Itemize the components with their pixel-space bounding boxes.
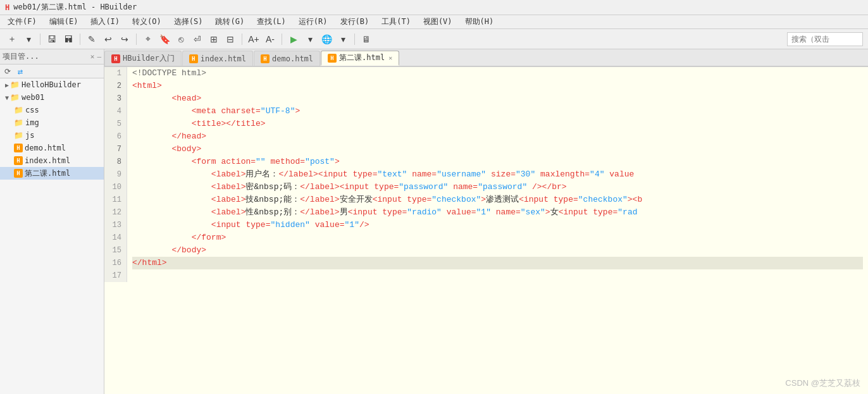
menu-bar: 文件(F)编辑(E)插入(I)转义(O)选择(S)跳转(G)查找(L)运行(R)…: [0, 15, 868, 29]
tree-label-css: css: [25, 106, 39, 114]
tab-label-demo: demo.html: [272, 54, 313, 63]
code-line-4: <meta charset="UTF-8">: [132, 105, 863, 118]
sidebar-arrow-icon[interactable]: ⇄: [15, 66, 25, 77]
code-line-14: </form>: [132, 231, 863, 244]
toolbar-nav3-btn[interactable]: ⊞: [207, 32, 221, 46]
code-line-3: <head>: [132, 92, 863, 105]
toolbar-save-all-btn[interactable]: 🖬: [61, 32, 75, 46]
line-numbers: 1234567891011121314151617: [104, 67, 127, 282]
toolbar-fontsize-up-btn[interactable]: A+: [247, 32, 261, 46]
toolbar-edit-btn[interactable]: ✎: [85, 32, 99, 46]
menu-item-选择(S)[interactable]: 选择(S): [171, 16, 206, 28]
toolbar-find-btn[interactable]: ⌖: [141, 32, 155, 46]
sidebar-item-index[interactable]: Hindex.html: [0, 154, 104, 167]
tab-close-second[interactable]: ✕: [388, 54, 392, 61]
tree-label-img: img: [25, 118, 39, 127]
line-number-11: 11: [109, 194, 121, 206]
folder-icon-img: 📁: [14, 118, 23, 127]
menu-item-工具(T)[interactable]: 工具(T): [379, 16, 413, 28]
sidebar-item-css[interactable]: 📁css: [0, 104, 104, 116]
line-number-4: 4: [109, 105, 121, 118]
folder-icon-js: 📁: [14, 131, 23, 140]
toolbar-nav2-btn[interactable]: ⏎: [190, 32, 204, 46]
menu-item-插入(I)[interactable]: 插入(I): [88, 16, 122, 28]
toolbar-separator-4: [242, 34, 242, 45]
toolbar-save-btn[interactable]: 🖫: [45, 32, 59, 46]
tree-arrow-hello: ▶: [5, 82, 9, 89]
toolbar-add-btn[interactable]: ＋: [5, 32, 19, 46]
tree-label-hello: HelloHBuilder: [22, 80, 81, 89]
toolbar-dropdown-btn[interactable]: ▾: [22, 32, 35, 46]
toolbar-bookmark-btn[interactable]: 🔖: [158, 32, 171, 46]
tab-icon-index: H: [189, 54, 198, 63]
toolbar-run-dropdown-btn[interactable]: ▾: [303, 32, 317, 46]
search-input[interactable]: [787, 32, 863, 46]
code-line-17: [132, 269, 863, 282]
sidebar-header: 项目管... ✕ —: [0, 49, 104, 65]
code-line-9: <label>用户名：</label><input type="text" na…: [132, 168, 863, 181]
sidebar-item-js[interactable]: 📁js: [0, 129, 104, 142]
sidebar-min-icon[interactable]: —: [97, 52, 101, 61]
code-editor[interactable]: 1234567891011121314151617 <!DOCTYPE html…: [104, 67, 868, 394]
menu-item-编辑(E)[interactable]: 编辑(E): [47, 16, 81, 28]
code-line-11: <label>技&nbsp;能：</label>安全开发<input type=…: [132, 194, 863, 206]
code-line-5: <title></title>: [132, 118, 863, 130]
toolbar-run-btn[interactable]: ▶: [287, 32, 301, 46]
tab-second[interactable]: H第二课.html✕: [321, 51, 399, 66]
toolbar-undo-btn[interactable]: ↩: [101, 32, 115, 46]
line-number-9: 9: [109, 168, 121, 181]
toolbar-nav1-btn[interactable]: ⎋: [174, 32, 188, 46]
sidebar-item-web01[interactable]: ▼ 📁web01: [0, 91, 104, 104]
toolbar-redo-btn[interactable]: ↪: [118, 32, 132, 46]
menu-item-转义(O)[interactable]: 转义(O): [130, 16, 164, 28]
tab-hbuilder[interactable]: HHBuilder入门: [104, 51, 182, 66]
line-number-14: 14: [109, 231, 121, 244]
menu-item-视图(V)[interactable]: 视图(V): [421, 16, 455, 28]
content-area: HHBuilder入门Hindex.htmlHdemo.htmlH第二课.htm…: [104, 49, 868, 394]
tab-demo[interactable]: Hdemo.html: [254, 51, 320, 66]
line-number-10: 10: [109, 181, 121, 194]
menu-item-查找(L)[interactable]: 查找(L): [254, 16, 288, 28]
sidebar-item-img[interactable]: 📁img: [0, 116, 104, 129]
tab-index[interactable]: Hindex.html: [182, 51, 253, 66]
tree-arrow-web01: ▼: [5, 94, 9, 101]
code-line-13: <input type="hidden" value="1"/>: [132, 219, 863, 231]
tab-icon-hbuilder: H: [111, 54, 120, 63]
code-line-1: <!DOCTYPE html>: [132, 67, 863, 80]
toolbar-browser-dropdown-btn[interactable]: ▾: [336, 32, 350, 46]
sidebar-item-demo[interactable]: Hdemo.html: [0, 142, 104, 154]
menu-item-发行(B)[interactable]: 发行(B): [338, 16, 372, 28]
menu-item-运行(R)[interactable]: 运行(R): [296, 16, 330, 28]
code-line-12: <label>性&nbsp;别：</label>男<input type="ra…: [132, 206, 863, 219]
tree-label-web01: web01: [22, 93, 44, 102]
tab-label-index: index.html: [201, 54, 246, 63]
line-number-2: 2: [109, 80, 121, 92]
toolbar-separator-6: [354, 34, 355, 45]
tab-label-hbuilder: HBuilder入门: [123, 53, 175, 64]
line-number-8: 8: [109, 156, 121, 168]
line-number-7: 7: [109, 143, 121, 156]
toolbar-device-btn[interactable]: 🖥: [359, 32, 373, 46]
toolbar-nav4-btn[interactable]: ⊟: [223, 32, 237, 46]
app-logo: H: [5, 3, 9, 12]
sidebar-item-second[interactable]: H第二课.html: [0, 167, 104, 180]
window-title: web01/第二课.html - HBuilder: [13, 2, 137, 13]
code-lines[interactable]: <!DOCTYPE html><html> <head> <meta chars…: [127, 67, 868, 282]
sidebar: 项目管... ✕ — ⟳ ⇄ ▶ 📁HelloHBuilder▼ 📁web01📁…: [0, 49, 104, 394]
folder-icon-hello: 📁: [10, 80, 20, 89]
toolbar-browser-btn[interactable]: 🌐: [319, 32, 333, 46]
menu-item-文件(F)[interactable]: 文件(F): [5, 16, 39, 28]
code-line-15: </body>: [132, 244, 863, 257]
tree-label-js: js: [25, 131, 34, 140]
menu-item-跳转(G)[interactable]: 跳转(G): [213, 16, 247, 28]
sidebar-sync-icon[interactable]: ⟳: [3, 66, 13, 77]
menu-item-帮助(H)[interactable]: 帮助(H): [462, 16, 497, 28]
folder-icon-web01: 📁: [10, 93, 20, 102]
sidebar-title: 项目管...: [3, 51, 39, 62]
toolbar-separator-3: [136, 34, 137, 45]
tab-icon-second: H: [328, 54, 337, 63]
toolbar-fontsize-down-btn[interactable]: A-: [263, 32, 277, 46]
line-number-6: 6: [109, 130, 121, 143]
sidebar-close-icon[interactable]: ✕: [90, 52, 95, 61]
sidebar-item-hello[interactable]: ▶ 📁HelloHBuilder: [0, 78, 104, 91]
